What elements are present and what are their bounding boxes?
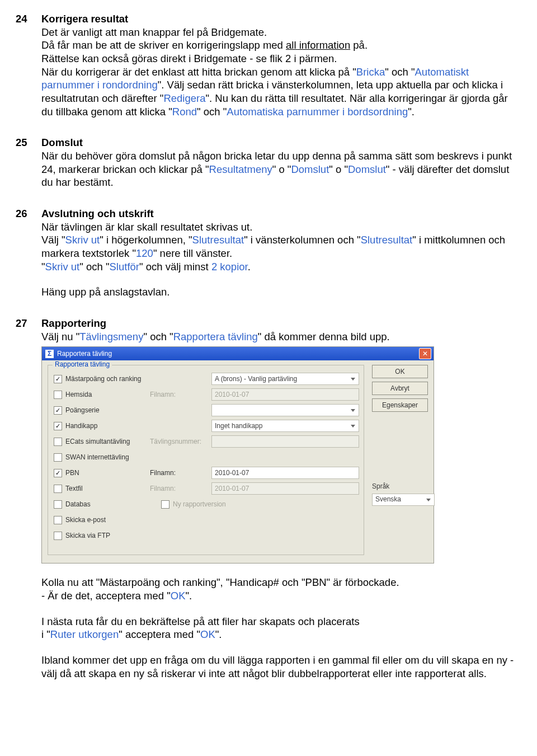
section-body: Rapportering Välj nu "Tävlingsmeny" och … [41,317,521,680]
text: " o " [272,163,291,175]
para: När du behöver göra domslut på någon bri… [41,149,521,189]
checkbox[interactable] [54,453,62,462]
section-title: Korrigera resultat [41,12,521,26]
link-text: Resultatmeny [209,163,272,175]
checkbox-label: Skicka via FTP [65,532,110,540]
link-text: Skriv ut [45,261,80,273]
section-body: Domslut När du behöver göra domslut på n… [41,136,521,189]
section-number: 24 [16,12,41,118]
text: " och " [385,66,414,78]
text: ". [185,590,192,602]
checkbox[interactable]: ✓ [54,406,62,415]
checkbox-label: SWAN internettävling [65,453,129,462]
properties-button[interactable]: Egenskaper [372,398,428,412]
text: ". [215,628,222,640]
checkbox-label: ECats simultantävling [65,438,130,446]
text: När du korrigerar är det enklast att hit… [41,66,356,78]
section-27: 27 Rapportering Välj nu "Tävlingsmeny" o… [16,317,521,680]
close-icon[interactable]: ✕ [419,348,431,359]
text: " i högerkolumnen, " [100,234,192,246]
text: " och " [197,106,227,118]
para: Kolla nu att "Mästarpoäng och ranking", … [41,576,521,589]
text-input[interactable]: 2010-01-07 [211,467,359,479]
checkbox-label: Skicka e-post [65,516,106,524]
link-text: Slutresultat [361,234,413,246]
text: Välj " [41,234,65,246]
checkbox-label: Ny rapportversion [173,500,226,509]
checkbox[interactable] [54,500,62,509]
link-text: Rond [172,106,197,118]
text-input[interactable] [211,435,359,448]
text: " [41,261,45,273]
link-text: Automatiska parnummer i bordsordning [227,106,408,118]
text: i " [41,628,50,640]
section-number: 27 [16,317,41,680]
para: När du korrigerar är det enklast att hit… [41,65,521,119]
checkbox-column: ✓Mästarpoäng och ranking Hemsida ✓Poängs… [54,371,150,543]
checkbox-label: Hemsida [65,391,92,399]
text: " och välj minst [139,261,211,273]
link-text: Redigera [163,92,205,104]
text-input[interactable]: 2010-01-07 [211,482,359,495]
ok-button[interactable]: OK [372,365,428,378]
checkbox-label: PBN [65,469,79,477]
dialog-title: Rapportera tävling [57,350,419,358]
para: Häng upp på anslagstavlan. [41,285,521,299]
checkbox-label: Textfil [65,485,83,493]
checkbox[interactable]: ✓ [54,375,62,383]
checkbox[interactable] [54,516,62,524]
para: Välj nu "Tävlingsmeny" och "Rapportera t… [41,330,521,344]
para: I nästa ruta får du en bekräftelse på at… [41,615,521,628]
text: Då får man be att de skriver en korriger… [41,39,286,51]
text: " nere till vänster. [153,247,232,259]
checkbox[interactable] [54,391,62,399]
section-25: 25 Domslut När du behöver göra domslut p… [16,136,521,189]
text: ". [408,106,414,118]
text: Välj nu " [41,331,79,342]
link-text: 120 [136,247,153,259]
para: i "Ruter utkorgen" acceptera med "OK". [41,628,521,641]
dropdown[interactable] [211,404,359,416]
link-text: 2 kopior [211,261,248,273]
checkbox[interactable] [161,500,169,509]
language-label: Språk [372,482,428,491]
cancel-button[interactable]: Avbryt [372,382,428,395]
link-text: Skriv ut [65,234,100,246]
text: Det är vanligt att man knappar fel på Br… [41,26,267,38]
text: " acceptera med " [119,628,200,640]
input-column: A (brons) - Vanlig partävling Filnamn:20… [150,371,359,543]
link-text: Ruter utkorgen [50,628,119,640]
para: Rättelse kan också göras direkt i Bridge… [41,52,521,65]
section-body: Korrigera resultat Det är vanligt att ma… [41,12,521,118]
checkbox[interactable]: ✓ [54,422,62,430]
checkbox[interactable]: ✓ [54,469,62,477]
language-dropdown[interactable]: Svenska [372,494,435,506]
dropdown[interactable]: A (brons) - Vanlig partävling [211,373,359,385]
checkbox[interactable] [54,532,62,540]
text-underline: all information [286,39,350,51]
link-text: OK [171,590,186,602]
section-26: 26 Avslutning och utskrift När tävlingen… [16,207,521,299]
dropdown[interactable]: Inget handikapp [211,420,359,432]
para: När tävlingen är klar skall resultatet s… [41,220,521,234]
checkbox-label: Poängserie [65,406,100,415]
text: " och " [79,261,109,273]
checkbox[interactable] [54,485,62,493]
titlebar[interactable]: Σ Rapportera tävling ✕ [42,347,434,360]
section-body: Avslutning och utskrift När tävlingen är… [41,207,521,299]
link-text: Slutför [110,261,139,273]
para: Det är vanligt att man knappar fel på Br… [41,26,521,52]
text: . [248,261,251,273]
text: på. [350,39,368,51]
link-text: Rapportera tävling [173,331,258,342]
text: " och " [143,331,173,342]
text: " o " [329,163,348,175]
checkbox-label: Databas [65,500,91,509]
link-text: Tävlingsmeny [79,331,143,342]
para: "Skriv ut" och "Slutför" och välj minst … [41,260,521,274]
fieldset-legend: Rapportera tävling [53,360,112,369]
field-label: Tävlingsnummer: [150,438,211,446]
text-input[interactable]: 2010-01-07 [211,388,359,401]
field-label: Filnamn: [150,391,211,399]
checkbox[interactable] [54,438,62,446]
